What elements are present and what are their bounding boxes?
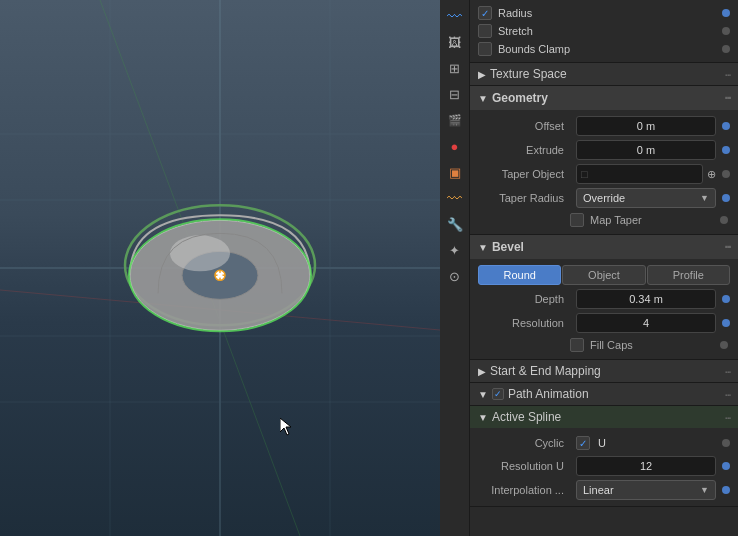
map-taper-label: Map Taper: [590, 214, 642, 226]
start-end-mapping-section: ▶ Start & End Mapping ···: [470, 360, 738, 383]
viewport[interactable]: [0, 0, 440, 536]
depth-label: Depth: [482, 293, 572, 305]
path-animation-section: ▼ Path Animation ···: [470, 383, 738, 406]
active-spline-section: ▼ Active Spline ··· Cyclic U Resolution …: [470, 406, 738, 507]
taper-object-field[interactable]: □: [576, 164, 703, 184]
stretch-check-row: Stretch: [478, 22, 730, 40]
scene-properties-icon[interactable]: 🎬: [443, 108, 467, 132]
bevel-content: Round Object Profile Depth 0.34 m Resolu…: [470, 259, 738, 359]
geometry-header[interactable]: ▼ Geometry ···: [470, 86, 738, 110]
radius-checkbox[interactable]: [478, 6, 492, 20]
active-spline-arrow: ▼: [478, 412, 488, 423]
resolution-u-label: Resolution U: [482, 460, 572, 472]
view-layer-icon[interactable]: ⊟: [443, 82, 467, 106]
offset-label: Offset: [482, 120, 572, 132]
active-spline-dots: ···: [724, 409, 730, 425]
bounds-clamp-check-row: Bounds Clamp: [478, 40, 730, 58]
resolution-dot: [722, 319, 730, 327]
path-animation-label: Path Animation: [508, 387, 589, 401]
start-end-arrow: ▶: [478, 366, 486, 377]
resolution-label: Resolution: [482, 317, 572, 329]
eyedropper-icon[interactable]: ⊕: [707, 168, 716, 181]
icon-toolbar: 〰 🖼 ⊞ ⊟ 🎬 ● ▣ 〰 🔧 ✦ ⊙: [440, 0, 470, 536]
physics-properties-icon[interactable]: ⊙: [443, 264, 467, 288]
svg-point-20: [218, 273, 223, 278]
taper-radius-dropdown[interactable]: Override ▼: [576, 188, 716, 208]
resolution-u-value[interactable]: 12: [576, 456, 716, 476]
resolution-u-row: Resolution U 12: [470, 454, 738, 478]
bounds-clamp-dot: [722, 45, 730, 53]
taper-object-dot: [722, 170, 730, 178]
path-animation-header[interactable]: ▼ Path Animation ···: [470, 383, 738, 405]
bevel-label: Bevel: [492, 240, 524, 254]
geometry-label: Geometry: [492, 91, 548, 105]
taper-radius-row: Taper Radius Override ▼: [470, 186, 738, 210]
particles-properties-icon[interactable]: ✦: [443, 238, 467, 262]
geometry-dots: ···: [724, 90, 730, 106]
resolution-u-dot: [722, 462, 730, 470]
texture-space-header[interactable]: ▶ Texture Space ···: [470, 63, 738, 85]
bevel-round-button[interactable]: Round: [478, 265, 561, 285]
offset-value[interactable]: 0 m: [576, 116, 716, 136]
extrude-label: Extrude: [482, 144, 572, 156]
interpolation-arrow: ▼: [700, 485, 709, 495]
taper-radius-value: Override: [583, 192, 625, 204]
resolution-value[interactable]: 4: [576, 313, 716, 333]
start-end-label: Start & End Mapping: [490, 364, 601, 378]
stretch-dot: [722, 27, 730, 35]
bevel-type-buttons: Round Object Profile: [478, 265, 730, 285]
start-end-mapping-header[interactable]: ▶ Start & End Mapping ···: [470, 360, 738, 382]
bevel-profile-button[interactable]: Profile: [647, 265, 730, 285]
bounds-clamp-checkbox[interactable]: [478, 42, 492, 56]
fill-caps-checkbox[interactable]: [570, 338, 584, 352]
cyclic-checkbox[interactable]: [576, 436, 590, 450]
offset-row: Offset 0 m: [470, 114, 738, 138]
bevel-header[interactable]: ▼ Bevel ···: [470, 235, 738, 259]
cyclic-row: Cyclic U: [470, 432, 738, 454]
render-properties-icon[interactable]: 🖼: [443, 30, 467, 54]
fill-caps-dot: [720, 341, 728, 349]
geometry-section: ▼ Geometry ··· Offset 0 m Extrude 0 m Ta…: [470, 86, 738, 235]
active-spline-header[interactable]: ▼ Active Spline ···: [470, 406, 738, 428]
modifier-properties-icon[interactable]: 🔧: [443, 212, 467, 236]
taper-obj-icon: □: [581, 168, 588, 180]
interpolation-label: Interpolation ...: [482, 484, 572, 496]
svg-point-15: [170, 235, 230, 271]
radius-check-row: Radius: [478, 4, 730, 22]
torus-object: [100, 145, 340, 368]
output-properties-icon[interactable]: ⊞: [443, 56, 467, 80]
world-properties-icon[interactable]: ●: [443, 134, 467, 158]
cyclic-dot: [722, 439, 730, 447]
right-panel: Radius Stretch Bounds Clamp ▶ Texture Sp…: [470, 0, 738, 536]
extrude-value[interactable]: 0 m: [576, 140, 716, 160]
curve-deform-checks: Radius Stretch Bounds Clamp: [470, 0, 738, 62]
extrude-row: Extrude 0 m: [470, 138, 738, 162]
map-taper-row: Map Taper: [470, 210, 738, 230]
bevel-arrow: ▼: [478, 242, 488, 253]
bounds-clamp-label: Bounds Clamp: [498, 43, 570, 55]
stretch-checkbox[interactable]: [478, 24, 492, 38]
taper-radius-arrow: ▼: [700, 193, 709, 203]
taper-object-label: Taper Object: [482, 168, 572, 180]
taper-radius-label: Taper Radius: [482, 192, 572, 204]
stretch-label: Stretch: [498, 25, 533, 37]
curves-data-icon[interactable]: 〰: [443, 4, 467, 28]
cyclic-u-label: U: [598, 437, 606, 449]
bevel-object-button[interactable]: Object: [562, 265, 645, 285]
object-properties-icon[interactable]: ▣: [443, 160, 467, 184]
interpolation-dropdown[interactable]: Linear ▼: [576, 480, 716, 500]
bevel-section: ▼ Bevel ··· Round Object Profile Depth 0…: [470, 235, 738, 360]
curve-deform-section: Radius Stretch Bounds Clamp: [470, 0, 738, 63]
texture-space-label: Texture Space: [490, 67, 567, 81]
fill-caps-label: Fill Caps: [590, 339, 633, 351]
interpolation-dot: [722, 486, 730, 494]
bevel-dots: ···: [724, 239, 730, 255]
depth-dot: [722, 295, 730, 303]
depth-value[interactable]: 0.34 m: [576, 289, 716, 309]
start-end-dots: ···: [724, 363, 730, 379]
path-animation-checkbox[interactable]: [492, 388, 504, 400]
extrude-dot: [722, 146, 730, 154]
map-taper-dot: [720, 216, 728, 224]
map-taper-checkbox[interactable]: [570, 213, 584, 227]
object-data-properties-icon[interactable]: 〰: [443, 186, 467, 210]
